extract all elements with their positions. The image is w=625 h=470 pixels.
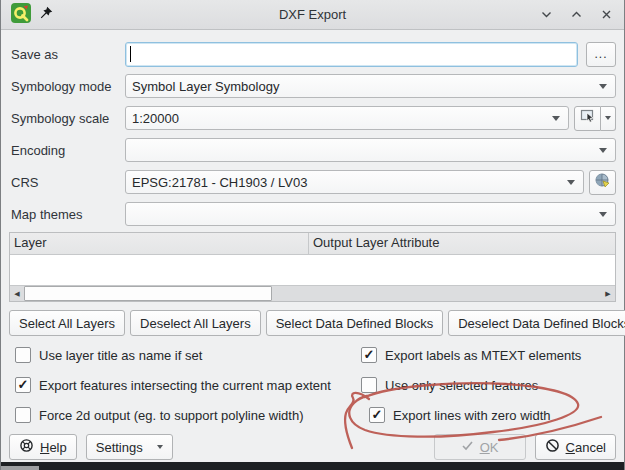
checkbox-label: Export lines with zero width [393,408,551,423]
set-scale-from-extent-button[interactable] [574,106,601,131]
close-button-x-icon[interactable] [598,7,614,23]
ok-label: OK [480,440,499,455]
select-crs-button[interactable] [589,170,616,195]
symbology-mode-select[interactable]: Symbol Layer Symbology [125,74,616,98]
map-extent-cursor-icon [580,108,596,128]
symbology-scale-value: 1:20000 [132,111,179,126]
text-cursor [130,46,131,62]
help-label: Help [40,440,67,455]
scroll-right-arrow-icon[interactable]: ▶ [601,286,615,301]
checkmark-icon: ✓ [372,408,383,421]
scrollbar-track[interactable] [24,286,601,301]
dxf-export-dialog: DXF Export [0,0,625,470]
checkbox-selected-features-only[interactable]: ✓ Use only selected features [361,377,538,393]
checkbox-export-mtext[interactable]: ✓ Export labels as MTEXT elements [361,347,581,363]
column-header-output-layer-attribute[interactable]: Output Layer Attribute [309,233,615,254]
checkbox-export-lines-zero-width[interactable]: ✓ Export lines with zero width [361,407,551,423]
checkbox-force-2d-output[interactable]: ✓ Force 2d output (eg. to support polyli… [15,407,361,423]
chevron-down-icon [567,180,575,185]
help-lifebuoy-icon [19,438,34,456]
column-header-layer[interactable]: Layer [10,233,309,254]
save-as-label: Save as [9,47,125,62]
browse-button[interactable]: ... [586,42,616,67]
globe-crs-icon [594,172,611,193]
checkbox-box[interactable]: ✓ [369,407,385,423]
settings-label: Settings [96,440,143,455]
symbology-scale-label: Symbology scale [9,111,125,126]
checkbox-box[interactable]: ✓ [15,377,31,393]
layers-table: Layer Output Layer Attribute ◀ ▶ [9,232,616,302]
symbology-scale-row: Symbology scale 1:20000 [9,102,616,134]
chevron-down-icon [599,212,607,217]
scale-options-dropdown-button[interactable] [601,106,616,131]
symbology-mode-row: Symbology mode Symbol Layer Symbology [9,70,616,102]
help-button[interactable]: Help [9,434,77,460]
checkbox-label: Use layer title as name if set [39,348,202,363]
chevron-down-icon [157,445,163,449]
dialog-title: DXF Export [1,7,624,22]
map-themes-select[interactable] [125,202,616,226]
checkmark-icon: ✓ [18,378,29,391]
encoding-row: Encoding [9,134,616,166]
symbology-mode-label: Symbology mode [9,79,125,94]
cancel-prohibition-icon [545,438,560,456]
shade-button-chevron-down-icon[interactable] [538,7,554,23]
select-all-layers-button[interactable]: Select All Layers [9,310,125,336]
checkbox-box[interactable]: ✓ [361,347,377,363]
dialog-content: Save as ... Symbology mode Symbol Layer … [1,30,624,462]
checkbox-box[interactable]: ✓ [15,407,31,423]
export-options: ✓ Use layer title as name if set ✓ Expor… [9,340,616,430]
chevron-down-icon [599,84,607,89]
symbology-scale-select[interactable]: 1:20000 [125,106,569,130]
cancel-button[interactable]: Cancel [535,434,616,460]
checkbox-label: Use only selected features [385,378,538,393]
crs-row: CRS EPSG:21781 - CH1903 / LV03 [9,166,616,198]
crs-value: EPSG:21781 - CH1903 / LV03 [132,175,307,190]
titlebar: DXF Export [1,0,624,30]
map-themes-label: Map themes [9,207,125,222]
layer-selection-buttons: Select All Layers Deselect All Layers Se… [9,310,616,336]
deselect-data-defined-blocks-button[interactable]: Deselect Data Defined Blocks [448,310,625,336]
horizontal-scrollbar: ◀ ▶ [10,285,615,301]
checkbox-intersecting-extent[interactable]: ✓ Export features intersecting the curre… [15,377,361,393]
checkbox-use-layer-title[interactable]: ✓ Use layer title as name if set [15,347,361,363]
symbology-mode-value: Symbol Layer Symbology [132,79,279,94]
ok-check-icon [461,439,474,455]
window-bottom-corner [1,466,39,470]
scroll-left-arrow-icon[interactable]: ◀ [10,286,24,301]
save-as-row: Save as ... [9,38,616,70]
crs-label: CRS [9,175,125,190]
crs-select[interactable]: EPSG:21781 - CH1903 / LV03 [125,170,584,194]
checkbox-label: Force 2d output (eg. to support polyline… [39,408,303,423]
scrollbar-thumb[interactable] [24,286,272,301]
layers-table-header: Layer Output Layer Attribute [10,233,615,255]
checkmark-icon: ✓ [364,348,375,361]
deselect-all-layers-button[interactable]: Deselect All Layers [130,310,261,336]
chevron-down-icon [605,116,611,120]
cancel-label: Cancel [566,440,606,455]
encoding-select[interactable] [125,138,616,162]
checkbox-box[interactable]: ✓ [361,377,377,393]
layers-table-body[interactable] [10,255,615,285]
chevron-down-icon [552,116,560,121]
maximize-button-chevron-up-icon[interactable] [568,7,584,23]
checkbox-label: Export features intersecting the current… [39,378,331,393]
checkbox-box[interactable]: ✓ [15,347,31,363]
settings-button[interactable]: Settings [86,434,173,460]
map-themes-row: Map themes [9,198,616,230]
window-bottom-edge [1,462,624,470]
chevron-down-icon [599,148,607,153]
save-as-input[interactable] [125,42,578,67]
checkbox-label: Export labels as MTEXT elements [385,348,581,363]
select-data-defined-blocks-button[interactable]: Select Data Defined Blocks [266,310,444,336]
encoding-label: Encoding [9,143,125,158]
dialog-footer: Help Settings OK Cancel [9,434,616,460]
ok-button[interactable]: OK [434,434,526,460]
